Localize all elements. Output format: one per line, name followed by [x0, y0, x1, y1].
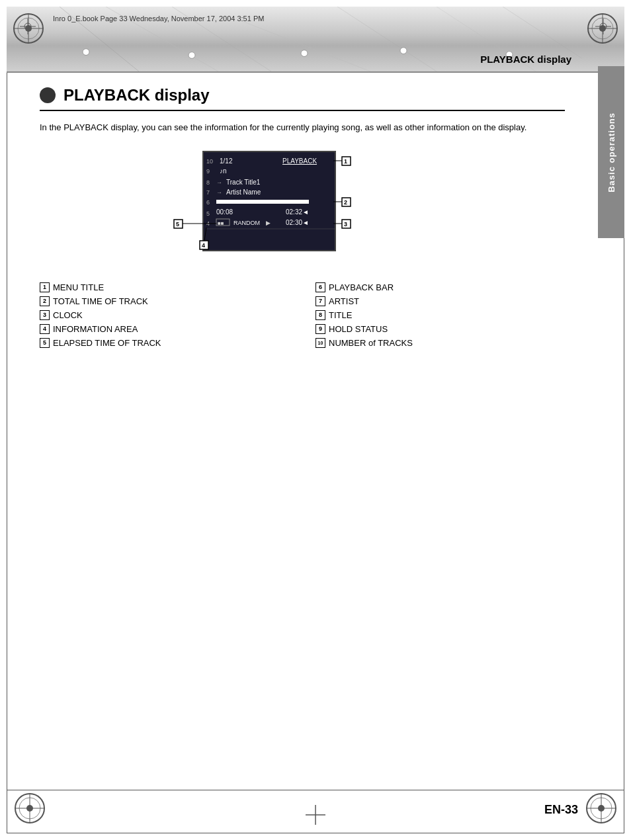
legend-col-left: 1 MENU TITLE 2 TOTAL TIME OF TRACK 3 CLO…: [40, 282, 289, 348]
legend-label-8: TITLE: [329, 310, 352, 320]
bottom-right-corner: [585, 792, 618, 827]
svg-text:10: 10: [206, 158, 213, 165]
svg-text:5: 5: [176, 221, 179, 228]
svg-text:8: 8: [206, 179, 210, 186]
legend-item-3: 3 CLOCK: [40, 310, 289, 320]
legend-label-5: ELAPSED TIME OF TRACK: [53, 338, 161, 348]
svg-text:4: 4: [202, 242, 205, 249]
svg-text:PLAYBACK: PLAYBACK: [282, 157, 317, 165]
svg-text:Track Title1: Track Title1: [226, 179, 261, 186]
svg-text:→: →: [216, 189, 222, 196]
svg-text:7: 7: [206, 189, 210, 196]
page-title: PLAYBACK display: [63, 86, 210, 105]
svg-text:Artist Name: Artist Name: [226, 189, 261, 196]
section-title: PLAYBACK display: [480, 54, 571, 65]
legend-item-7: 7 ARTIST: [316, 296, 565, 306]
top-right-corner: [586, 12, 619, 47]
legend-grid: 1 MENU TITLE 2 TOTAL TIME OF TRACK 3 CLO…: [40, 282, 565, 348]
svg-point-9: [301, 50, 308, 57]
svg-line-4: [337, 7, 437, 71]
svg-text:3: 3: [344, 221, 347, 228]
legend-num-1: 1: [40, 282, 50, 292]
legend-num-6: 6: [316, 282, 325, 292]
svg-text:RANDOM: RANDOM: [233, 220, 260, 226]
tab-label: Basic operations: [607, 112, 616, 192]
legend-label-4: INFORMATION AREA: [53, 324, 138, 334]
legend-item-10: 10 NUMBER of TRACKS: [316, 338, 565, 348]
legend-num-7: 7: [316, 296, 325, 306]
svg-point-8: [189, 52, 195, 59]
svg-line-6: [503, 7, 582, 58]
legend-label-7: ARTIST: [329, 296, 359, 306]
svg-text:5: 5: [206, 210, 210, 217]
legend-item-9: 9 HOLD STATUS: [316, 324, 565, 334]
svg-rect-34: [216, 200, 309, 204]
svg-text:00:08: 00:08: [216, 208, 233, 216]
bottom-center-crosshair: [306, 805, 325, 827]
svg-point-7: [83, 49, 89, 56]
legend-label-6: PLAYBACK BAR: [329, 282, 394, 292]
legend-num-8: 8: [316, 310, 325, 320]
legend-num-5: 5: [40, 338, 50, 348]
svg-point-10: [400, 48, 407, 54]
legend-num-10: 10: [316, 338, 325, 348]
legend-label-1: MENU TITLE: [53, 282, 104, 292]
bottom-left-corner: [13, 792, 46, 827]
svg-text:▶: ▶: [266, 220, 271, 226]
svg-text:02:30◄: 02:30◄: [286, 219, 309, 226]
legend-item-6: 6 PLAYBACK BAR: [316, 282, 565, 292]
svg-text:→: →: [216, 179, 222, 186]
legend-item-1: 1 MENU TITLE: [40, 282, 289, 292]
title-bullet: [40, 87, 56, 103]
header-file-info: Inro 0_E.book Page 33 Wednesday, Novembe…: [53, 15, 264, 22]
svg-text:1/12: 1/12: [220, 157, 233, 165]
legend-item-2: 2 TOTAL TIME OF TRACK: [40, 296, 289, 306]
section-tab: Basic operations: [598, 66, 624, 238]
legend-label-2: TOTAL TIME OF TRACK: [53, 296, 148, 306]
page-title-section: PLAYBACK display: [40, 86, 565, 111]
svg-text:02:32◄: 02:32◄: [286, 208, 309, 216]
legend-num-2: 2: [40, 296, 50, 306]
legend-num-9: 9: [316, 324, 325, 334]
svg-text:2: 2: [344, 199, 347, 206]
legend-item-5: 5 ELAPSED TIME OF TRACK: [40, 338, 289, 348]
svg-line-3: [238, 20, 370, 71]
top-left-corner: [12, 12, 45, 47]
legend-num-4: 4: [40, 324, 50, 334]
svg-text:1: 1: [344, 158, 347, 165]
svg-text:♪n: ♪n: [220, 167, 227, 175]
display-diagram: 10 1/12 PLAYBACK 1 9 ♪n 8 → Track Title1…: [163, 148, 441, 266]
legend-num-3: 3: [40, 310, 50, 320]
svg-text:■■: ■■: [218, 220, 224, 226]
legend-item-4: 4 INFORMATION AREA: [40, 324, 289, 334]
legend-item-8: 8 TITLE: [316, 310, 565, 320]
legend-label-9: HOLD STATUS: [329, 324, 388, 334]
svg-text:9: 9: [206, 168, 210, 175]
page-number: EN-33: [544, 803, 578, 817]
legend-label-10: NUMBER of TRACKS: [329, 338, 413, 348]
svg-text:6: 6: [206, 199, 210, 206]
legend-label-3: CLOCK: [53, 310, 83, 320]
legend-col-right: 6 PLAYBACK BAR 7 ARTIST 8 TITLE 9 HOLD S…: [316, 282, 565, 348]
intro-paragraph: In the PLAYBACK display, you can see the…: [40, 121, 565, 135]
